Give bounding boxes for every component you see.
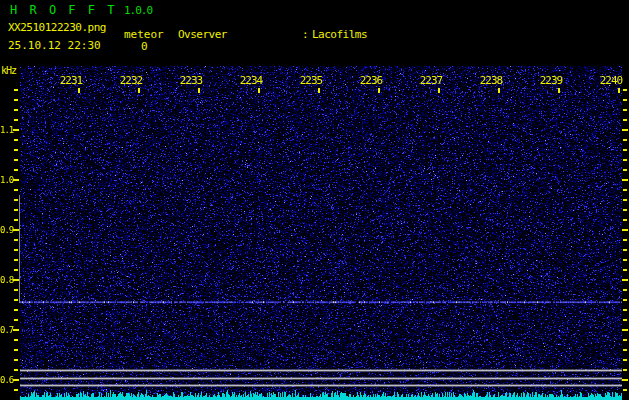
freq-tick-left <box>14 119 18 121</box>
freq-tick-left <box>14 289 18 291</box>
time-tick <box>498 88 500 93</box>
time-tick-label: 2233 <box>177 74 205 87</box>
freq-tick-label: 0.6 <box>0 375 13 385</box>
freq-tick-right <box>623 349 627 351</box>
freq-tick-right <box>623 139 627 141</box>
freq-tick-left <box>14 209 18 211</box>
freq-tick-right <box>623 119 627 121</box>
freq-tick-right <box>623 99 627 101</box>
freq-tick-left <box>14 99 18 101</box>
freq-tick-left <box>14 219 18 221</box>
freq-tick-left <box>13 329 19 331</box>
freq-tick-left <box>14 349 18 351</box>
freq-tick-right <box>623 299 627 301</box>
freq-tick-right <box>623 149 627 151</box>
freq-tick-right <box>623 209 627 211</box>
freq-tick-right <box>623 339 627 341</box>
freq-tick-right <box>623 289 627 291</box>
time-tick-label: 2231 <box>57 74 85 87</box>
time-tick <box>558 88 560 93</box>
freq-axis-unit-label: kHz <box>1 65 16 76</box>
time-tick-label: 2232 <box>117 74 145 87</box>
freq-tick-left <box>14 169 18 171</box>
freq-tick-right <box>622 329 628 331</box>
time-tick <box>378 88 380 93</box>
freq-tick-left <box>14 239 18 241</box>
time-tick <box>258 88 260 93</box>
freq-tick-label: 1.1 <box>0 125 13 135</box>
freq-tick-right <box>623 389 627 391</box>
freq-tick-right <box>623 359 627 361</box>
freq-tick-left <box>14 199 18 201</box>
echo-count: 0 <box>141 40 148 53</box>
info-label: Ovserver <box>178 29 302 41</box>
freq-tick-right <box>622 179 628 181</box>
freq-tick-left <box>14 389 18 391</box>
freq-tick-right <box>623 199 627 201</box>
freq-tick-right <box>622 279 628 281</box>
time-tick-label: 2236 <box>357 74 385 87</box>
time-tick <box>138 88 140 93</box>
spectrogram-canvas <box>20 66 622 400</box>
freq-tick-left <box>14 89 18 91</box>
freq-tick-right <box>623 89 627 91</box>
freq-tick-left <box>13 229 19 231</box>
freq-tick-left <box>14 259 18 261</box>
freq-tick-left <box>14 319 18 321</box>
info-row-observer: Ovserver:Lacofilms <box>178 29 453 41</box>
time-tick-label: 2234 <box>237 74 265 87</box>
time-tick-label: 2235 <box>297 74 325 87</box>
freq-tick-left <box>14 109 18 111</box>
freq-tick-label: 0.9 <box>0 225 13 235</box>
freq-tick-left <box>14 359 18 361</box>
freq-tick-right <box>623 269 627 271</box>
freq-tick-right <box>623 319 627 321</box>
freq-tick-right <box>623 169 627 171</box>
freq-tick-right <box>623 309 627 311</box>
freq-tick-right <box>622 379 628 381</box>
freq-tick-label: 0.7 <box>0 325 13 335</box>
time-tick-label: 2239 <box>537 74 565 87</box>
time-tick-label: 2240 <box>597 74 625 87</box>
time-tick <box>438 88 440 93</box>
freq-tick-right <box>622 129 628 131</box>
app-version: 1.0.0 <box>124 4 152 17</box>
freq-tick-right <box>623 189 627 191</box>
freq-tick-left <box>14 369 18 371</box>
freq-tick-right <box>623 259 627 261</box>
freq-tick-left <box>14 159 18 161</box>
freq-tick-left <box>14 309 18 311</box>
freq-tick-left <box>13 129 19 131</box>
freq-tick-right <box>623 369 627 371</box>
freq-tick-left <box>14 149 18 151</box>
time-tick <box>78 88 80 93</box>
capture-filename: XX2510122230.png <box>8 21 106 34</box>
app-title: H R O F F T <box>10 3 117 17</box>
time-tick <box>618 88 620 93</box>
freq-tick-left <box>14 249 18 251</box>
capture-timestamp: 25.10.12 22:30 <box>8 39 101 52</box>
vertical-marker-line <box>19 195 20 303</box>
info-separator: : <box>302 29 312 41</box>
info-value: Lacofilms <box>312 29 367 41</box>
time-tick <box>318 88 320 93</box>
time-tick-label: 2238 <box>477 74 505 87</box>
freq-tick-label: 0.8 <box>0 275 13 285</box>
freq-tick-left <box>14 269 18 271</box>
freq-tick-left <box>14 339 18 341</box>
freq-tick-label: 1.0 <box>0 175 13 185</box>
freq-tick-right <box>622 229 628 231</box>
freq-tick-left <box>14 189 18 191</box>
time-tick <box>198 88 200 93</box>
hrofft-window: H R O F F T 1.0.0 XX2510122230.png meteo… <box>0 0 629 400</box>
freq-tick-left <box>13 179 19 181</box>
freq-tick-right <box>623 249 627 251</box>
freq-tick-left <box>14 139 18 141</box>
freq-tick-right <box>623 159 627 161</box>
time-tick-label: 2237 <box>417 74 445 87</box>
freq-tick-right <box>623 109 627 111</box>
freq-tick-right <box>623 219 627 221</box>
freq-tick-left <box>14 299 18 301</box>
freq-tick-right <box>623 239 627 241</box>
freq-tick-left <box>13 279 19 281</box>
